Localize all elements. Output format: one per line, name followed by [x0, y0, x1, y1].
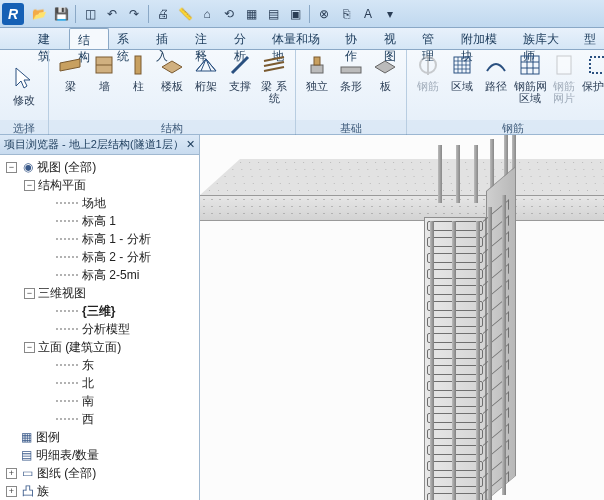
ribbon-beamsys-button[interactable]: 梁 系统	[257, 52, 291, 118]
area-icon	[449, 52, 475, 78]
fam-icon: 凸	[20, 483, 35, 500]
tab-10[interactable]: 附加模块	[453, 28, 514, 49]
ribbon-sheet-button[interactable]: 钢筋 网片	[547, 52, 581, 118]
tree-item[interactable]: ▤明细表/数量	[2, 446, 197, 464]
collapse-icon[interactable]: −	[24, 180, 35, 191]
tree-item[interactable]: −三维视图	[2, 284, 197, 302]
ribbon-button-label: 支撑	[229, 80, 251, 92]
qat-save-button[interactable]: 💾	[51, 4, 71, 24]
tree-item-label: 标高 2 - 分析	[82, 249, 151, 266]
tree-item[interactable]: ⋯⋯南	[2, 392, 197, 410]
qat-text-button[interactable]: A	[358, 4, 378, 24]
qat-copy-button[interactable]: ⎘	[336, 4, 356, 24]
legend-icon: ▦	[19, 430, 34, 444]
close-icon[interactable]: ✕	[186, 138, 195, 151]
qat-elev-button[interactable]: ▣	[285, 4, 305, 24]
viewport-3d[interactable]	[200, 135, 604, 500]
qat-cube-button[interactable]: ◫	[80, 4, 100, 24]
qat-measure-button[interactable]: 📏	[175, 4, 195, 24]
ribbon-cover-button[interactable]: 保护层	[581, 52, 604, 118]
ribbon-area-button[interactable]: 区域	[445, 52, 479, 118]
tree-item-label: 标高 1	[82, 213, 116, 230]
content-area: 项目浏览器 - 地上2层结构(隧道1层） ✕ −◉视图 (全部)−结构平面⋯⋯场…	[0, 135, 604, 500]
tree-item[interactable]: ⋯⋯西	[2, 410, 197, 428]
truss-icon	[193, 52, 219, 78]
collapse-icon[interactable]: −	[24, 342, 35, 353]
ribbon-wall-button[interactable]: 墙	[87, 52, 121, 118]
tree-item-label: 明细表/数量	[36, 447, 99, 464]
tree-item[interactable]: −立面 (建筑立面)	[2, 338, 197, 356]
tree-item-label: 南	[82, 393, 94, 410]
tree-item[interactable]: −结构平面	[2, 176, 197, 194]
ribbon-truss-button[interactable]: 桁架	[189, 52, 223, 118]
tab-12[interactable]: 型	[576, 28, 604, 49]
tree-item-label: 西	[82, 411, 94, 428]
ribbon-button-label: 修改	[13, 94, 35, 106]
sheet-icon: ▭	[20, 466, 35, 480]
expand-icon[interactable]: +	[6, 486, 17, 497]
tree-item-label: 结构平面	[38, 177, 86, 194]
ribbon-column-button[interactable]: 柱	[121, 52, 155, 118]
qat-view3d-button[interactable]: ▦	[241, 4, 261, 24]
ribbon-floor-button[interactable]: 楼板	[155, 52, 189, 118]
tab-6[interactable]: 体量和场地	[264, 28, 337, 49]
ribbon-strip-button[interactable]: 条形	[334, 52, 368, 118]
svg-rect-2	[135, 56, 141, 74]
qat-print-button[interactable]: 🖨	[153, 4, 173, 24]
tree-item[interactable]: ▦图例	[2, 428, 197, 446]
qat-close-button[interactable]: ⊗	[314, 4, 334, 24]
ribbon-brace-button[interactable]: 支撑	[223, 52, 257, 118]
tab-5[interactable]: 分析	[226, 28, 265, 49]
tab-9[interactable]: 管理	[414, 28, 453, 49]
ribbon: 修改选择梁墙柱楼板桁架支撑梁 系统结构独立条形板基础钢筋区域路径钢筋网 区域钢筋…	[0, 50, 604, 135]
ribbon-button-label: 板	[380, 80, 391, 92]
tree-item-label: 视图 (全部)	[37, 159, 96, 176]
tab-7[interactable]: 协作	[337, 28, 376, 49]
tab-4[interactable]: 注释	[187, 28, 226, 49]
tree-item[interactable]: ⋯⋯北	[2, 374, 197, 392]
tree-item[interactable]: ⋯⋯标高 2-5mi	[2, 266, 197, 284]
tree-item[interactable]: +▭图纸 (全部)	[2, 464, 197, 482]
slab-geometry	[200, 159, 604, 243]
column-geometry	[424, 217, 524, 500]
tree-item[interactable]: ⋯⋯标高 1 - 分析	[2, 230, 197, 248]
svg-rect-11	[557, 56, 571, 74]
qat-chev-button[interactable]: ▾	[380, 4, 400, 24]
tab-2[interactable]: 系统	[109, 28, 148, 49]
collapse-icon[interactable]: −	[24, 288, 35, 299]
app-logo[interactable]: R	[2, 3, 24, 25]
tree-item[interactable]: +凸族	[2, 482, 197, 500]
ribbon-cursor-button[interactable]: 修改	[4, 52, 44, 118]
ribbon-iso-button[interactable]: 独立	[300, 52, 334, 118]
ribbon-button-label: 路径	[485, 80, 507, 92]
qat-home-button[interactable]: ⌂	[197, 4, 217, 24]
tree-item[interactable]: ⋯⋯标高 2 - 分析	[2, 248, 197, 266]
tab-1[interactable]: 结构	[69, 28, 110, 49]
qat-section-button[interactable]: ▤	[263, 4, 283, 24]
tab-3[interactable]: 插入	[148, 28, 187, 49]
tab-0[interactable]: 建筑	[30, 28, 69, 49]
ribbon-path-button[interactable]: 路径	[479, 52, 513, 118]
tree-item-label: 族	[37, 483, 49, 500]
ribbon-slab-button[interactable]: 板	[368, 52, 402, 118]
tree-item-label: 立面 (建筑立面)	[38, 339, 121, 356]
qat-open-button[interactable]: 📂	[29, 4, 49, 24]
tree-item[interactable]: ⋯⋯分析模型	[2, 320, 197, 338]
tree-item-label: 标高 1 - 分析	[82, 231, 151, 248]
tree-item-label: 标高 2-5mi	[82, 267, 139, 284]
ribbon-mesh-button[interactable]: 钢筋网 区域	[513, 52, 547, 118]
tree-item[interactable]: ⋯⋯{三维}	[2, 302, 197, 320]
tab-8[interactable]: 视图	[376, 28, 415, 49]
ribbon-rebar-button[interactable]: 钢筋	[411, 52, 445, 118]
expand-icon[interactable]: +	[6, 468, 17, 479]
tree-item[interactable]: ⋯⋯场地	[2, 194, 197, 212]
qat-redo-button[interactable]: ↷	[124, 4, 144, 24]
tree-item[interactable]: ⋯⋯东	[2, 356, 197, 374]
tree-item[interactable]: −◉视图 (全部)	[2, 158, 197, 176]
tab-11[interactable]: 族库大师	[515, 28, 576, 49]
qat-undo-button[interactable]: ↶	[102, 4, 122, 24]
tree-item[interactable]: ⋯⋯标高 1	[2, 212, 197, 230]
qat-sync-button[interactable]: ⟲	[219, 4, 239, 24]
collapse-icon[interactable]: −	[6, 162, 17, 173]
ribbon-beam-button[interactable]: 梁	[53, 52, 87, 118]
